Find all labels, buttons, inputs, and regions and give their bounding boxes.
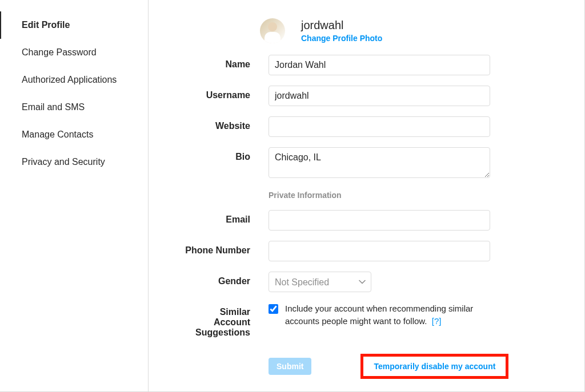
email-label: Email <box>183 210 269 225</box>
profile-header: jordwahl Change Profile Photo <box>260 18 562 43</box>
website-input[interactable] <box>269 116 490 137</box>
profile-username-display: jordwahl <box>301 18 382 32</box>
sidebar-item-edit-profile[interactable]: Edit Profile <box>0 11 148 39</box>
username-label: Username <box>183 86 269 100</box>
name-input[interactable] <box>269 55 490 75</box>
avatar[interactable] <box>260 18 285 43</box>
bio-label: Bio <box>183 147 269 162</box>
phone-input[interactable] <box>269 241 490 261</box>
temporarily-disable-account-link[interactable]: Temporarily disable my account <box>374 362 495 371</box>
sidebar-item-authorized-applications[interactable]: Authorized Applications <box>0 66 148 94</box>
edit-profile-panel: jordwahl Change Profile Photo Name Usern… <box>149 0 584 391</box>
email-input[interactable] <box>269 210 490 231</box>
sidebar-item-privacy-security[interactable]: Privacy and Security <box>0 148 148 176</box>
sidebar-item-email-sms[interactable]: Email and SMS <box>0 94 148 121</box>
settings-container: Edit Profile Change Password Authorized … <box>0 0 585 392</box>
sidebar-item-manage-contacts[interactable]: Manage Contacts <box>0 121 148 148</box>
submit-button[interactable]: Submit <box>269 358 311 375</box>
phone-label: Phone Number <box>183 241 269 256</box>
suggestions-description: Include your account when recommending s… <box>285 302 490 328</box>
gender-select[interactable]: Not Specified <box>269 272 371 292</box>
suggestions-label: Similar Account Suggestions <box>183 302 269 338</box>
settings-sidebar: Edit Profile Change Password Authorized … <box>0 0 149 391</box>
name-label: Name <box>183 55 269 70</box>
username-input[interactable] <box>269 86 490 106</box>
suggestions-checkbox[interactable] <box>269 304 278 314</box>
website-label: Website <box>183 116 269 131</box>
private-information-heading: Private Information <box>269 191 562 200</box>
change-profile-photo-link[interactable]: Change Profile Photo <box>301 34 382 43</box>
highlight-box: Temporarily disable my account <box>360 354 508 379</box>
bio-input[interactable]: Chicago, IL <box>269 147 490 178</box>
sidebar-item-change-password[interactable]: Change Password <box>0 39 148 66</box>
gender-label: Gender <box>183 272 269 286</box>
suggestions-help-link[interactable]: [?] <box>432 316 442 326</box>
